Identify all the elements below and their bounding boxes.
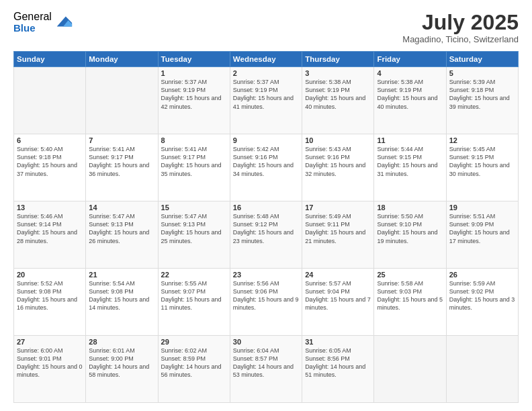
calendar-day-cell — [446, 336, 518, 403]
day-info: Sunrise: 5:58 AM Sunset: 9:03 PM Dayligh… — [377, 279, 443, 312]
calendar-day-cell: 3Sunrise: 5:38 AM Sunset: 9:19 PM Daylig… — [302, 67, 374, 134]
day-info: Sunrise: 5:51 AM Sunset: 9:09 PM Dayligh… — [449, 212, 515, 245]
calendar-day-cell: 6Sunrise: 5:40 AM Sunset: 9:18 PM Daylig… — [14, 134, 86, 201]
calendar-day-cell — [14, 67, 86, 134]
day-number: 23 — [233, 271, 299, 279]
calendar-week-row: 27Sunrise: 6:00 AM Sunset: 9:01 PM Dayli… — [14, 336, 519, 403]
day-info: Sunrise: 5:37 AM Sunset: 9:19 PM Dayligh… — [233, 78, 299, 111]
day-info: Sunrise: 5:41 AM Sunset: 9:17 PM Dayligh… — [89, 145, 154, 178]
calendar-day-cell: 13Sunrise: 5:46 AM Sunset: 9:14 PM Dayli… — [14, 201, 86, 269]
day-info: Sunrise: 5:54 AM Sunset: 9:08 PM Dayligh… — [89, 279, 154, 312]
day-of-week-header: Saturday — [446, 52, 518, 67]
title-block: July 2025 Magadino, Ticino, Switzerland — [402, 11, 519, 44]
header: General Blue July 2025 Magadino, Ticino,… — [13, 11, 519, 44]
calendar-day-cell — [86, 67, 158, 134]
calendar-day-cell: 29Sunrise: 6:02 AM Sunset: 8:59 PM Dayli… — [158, 336, 230, 403]
day-info: Sunrise: 6:00 AM Sunset: 9:01 PM Dayligh… — [17, 347, 83, 379]
day-number: 15 — [161, 203, 227, 212]
calendar-day-cell: 8Sunrise: 5:41 AM Sunset: 9:17 PM Daylig… — [158, 134, 230, 201]
calendar-day-cell: 14Sunrise: 5:47 AM Sunset: 9:13 PM Dayli… — [86, 201, 158, 269]
day-number: 30 — [233, 338, 299, 346]
day-info: Sunrise: 5:56 AM Sunset: 9:06 PM Dayligh… — [233, 279, 299, 312]
day-number: 10 — [305, 136, 371, 144]
day-number: 17 — [305, 203, 371, 212]
day-info: Sunrise: 5:37 AM Sunset: 9:19 PM Dayligh… — [161, 78, 227, 111]
day-number: 24 — [305, 271, 371, 279]
day-number: 14 — [89, 203, 154, 212]
day-info: Sunrise: 6:01 AM Sunset: 9:00 PM Dayligh… — [89, 347, 154, 379]
calendar-day-cell: 11Sunrise: 5:44 AM Sunset: 9:15 PM Dayli… — [374, 134, 446, 201]
day-info: Sunrise: 5:45 AM Sunset: 9:15 PM Dayligh… — [449, 145, 515, 178]
calendar-day-cell: 25Sunrise: 5:58 AM Sunset: 9:03 PM Dayli… — [374, 269, 446, 336]
day-info: Sunrise: 5:42 AM Sunset: 9:16 PM Dayligh… — [233, 145, 299, 178]
day-of-week-header: Sunday — [14, 52, 86, 67]
day-number: 27 — [17, 338, 83, 346]
day-number: 6 — [17, 136, 83, 144]
day-number: 19 — [449, 203, 515, 212]
calendar-day-cell: 17Sunrise: 5:49 AM Sunset: 9:11 PM Dayli… — [302, 201, 374, 269]
calendar-table: SundayMondayTuesdayWednesdayThursdayFrid… — [13, 51, 519, 403]
day-number: 3 — [305, 69, 371, 77]
calendar-day-cell: 21Sunrise: 5:54 AM Sunset: 9:08 PM Dayli… — [86, 269, 158, 336]
logo-text: General Blue — [13, 11, 52, 34]
day-info: Sunrise: 5:48 AM Sunset: 9:12 PM Dayligh… — [233, 212, 299, 245]
day-number: 2 — [233, 69, 299, 77]
day-info: Sunrise: 5:47 AM Sunset: 9:13 PM Dayligh… — [89, 212, 154, 245]
day-number: 21 — [89, 271, 154, 279]
calendar-day-cell: 1Sunrise: 5:37 AM Sunset: 9:19 PM Daylig… — [158, 67, 230, 134]
day-info: Sunrise: 5:39 AM Sunset: 9:18 PM Dayligh… — [449, 78, 515, 111]
day-number: 28 — [89, 338, 154, 346]
calendar-day-cell: 18Sunrise: 5:50 AM Sunset: 9:10 PM Dayli… — [374, 201, 446, 269]
day-number: 11 — [377, 136, 443, 144]
calendar-day-cell: 16Sunrise: 5:48 AM Sunset: 9:12 PM Dayli… — [230, 201, 302, 269]
calendar-week-row: 20Sunrise: 5:52 AM Sunset: 9:08 PM Dayli… — [14, 269, 519, 336]
page: General Blue July 2025 Magadino, Ticino,… — [0, 0, 532, 411]
calendar-day-cell: 12Sunrise: 5:45 AM Sunset: 9:15 PM Dayli… — [446, 134, 518, 201]
calendar-day-cell: 5Sunrise: 5:39 AM Sunset: 9:18 PM Daylig… — [446, 67, 518, 134]
day-number: 5 — [449, 69, 515, 77]
calendar-day-cell: 26Sunrise: 5:59 AM Sunset: 9:02 PM Dayli… — [446, 269, 518, 336]
day-number: 16 — [233, 203, 299, 212]
day-number: 25 — [377, 271, 443, 279]
day-of-week-header: Thursday — [302, 52, 374, 67]
calendar-day-cell: 30Sunrise: 6:04 AM Sunset: 8:57 PM Dayli… — [230, 336, 302, 403]
calendar-day-cell: 31Sunrise: 6:05 AM Sunset: 8:56 PM Dayli… — [302, 336, 374, 403]
subtitle: Magadino, Ticino, Switzerland — [402, 34, 519, 44]
day-info: Sunrise: 5:40 AM Sunset: 9:18 PM Dayligh… — [17, 145, 83, 178]
main-title: July 2025 — [402, 11, 519, 34]
day-info: Sunrise: 6:04 AM Sunset: 8:57 PM Dayligh… — [233, 347, 299, 379]
calendar-day-cell: 27Sunrise: 6:00 AM Sunset: 9:01 PM Dayli… — [14, 336, 86, 403]
day-number: 12 — [449, 136, 515, 144]
day-info: Sunrise: 5:50 AM Sunset: 9:10 PM Dayligh… — [377, 212, 443, 245]
day-info: Sunrise: 5:49 AM Sunset: 9:11 PM Dayligh… — [305, 212, 371, 245]
calendar-day-cell: 20Sunrise: 5:52 AM Sunset: 9:08 PM Dayli… — [14, 269, 86, 336]
day-info: Sunrise: 5:43 AM Sunset: 9:16 PM Dayligh… — [305, 145, 371, 178]
day-number: 20 — [17, 271, 83, 279]
calendar-day-cell: 9Sunrise: 5:42 AM Sunset: 9:16 PM Daylig… — [230, 134, 302, 201]
day-of-week-header: Wednesday — [230, 52, 302, 67]
day-info: Sunrise: 5:59 AM Sunset: 9:02 PM Dayligh… — [449, 279, 515, 312]
day-number: 8 — [161, 136, 227, 144]
calendar-day-cell: 19Sunrise: 5:51 AM Sunset: 9:09 PM Dayli… — [446, 201, 518, 269]
day-info: Sunrise: 5:38 AM Sunset: 9:19 PM Dayligh… — [305, 78, 371, 111]
calendar-day-cell: 24Sunrise: 5:57 AM Sunset: 9:04 PM Dayli… — [302, 269, 374, 336]
day-info: Sunrise: 6:02 AM Sunset: 8:59 PM Dayligh… — [161, 347, 227, 379]
day-number: 1 — [161, 69, 227, 77]
calendar-week-row: 6Sunrise: 5:40 AM Sunset: 9:18 PM Daylig… — [14, 134, 519, 201]
day-info: Sunrise: 5:46 AM Sunset: 9:14 PM Dayligh… — [17, 212, 83, 245]
logo-general: General — [13, 11, 52, 23]
day-info: Sunrise: 5:55 AM Sunset: 9:07 PM Dayligh… — [161, 279, 227, 312]
day-number: 18 — [377, 203, 443, 212]
calendar-day-cell: 15Sunrise: 5:47 AM Sunset: 9:13 PM Dayli… — [158, 201, 230, 269]
day-number: 31 — [305, 338, 371, 346]
day-number: 9 — [233, 136, 299, 144]
calendar-day-cell: 28Sunrise: 6:01 AM Sunset: 9:00 PM Dayli… — [86, 336, 158, 403]
calendar-day-cell: 2Sunrise: 5:37 AM Sunset: 9:19 PM Daylig… — [230, 67, 302, 134]
calendar-week-row: 13Sunrise: 5:46 AM Sunset: 9:14 PM Dayli… — [14, 201, 519, 269]
calendar-header-row: SundayMondayTuesdayWednesdayThursdayFrid… — [14, 52, 519, 67]
day-info: Sunrise: 5:41 AM Sunset: 9:17 PM Dayligh… — [161, 145, 227, 178]
day-number: 22 — [161, 271, 227, 279]
day-number: 29 — [161, 338, 227, 346]
day-number: 4 — [377, 69, 443, 77]
day-number: 26 — [449, 271, 515, 279]
